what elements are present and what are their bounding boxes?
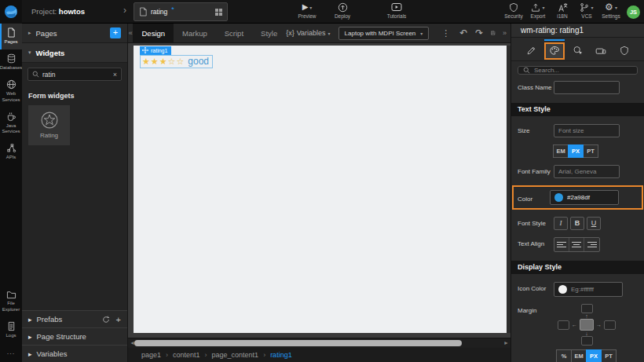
unit-px-button[interactable]: PX: [586, 349, 602, 362]
topbar-right-actions: Security ▾ Export i18N: [503, 2, 622, 19]
font-size-input[interactable]: [554, 124, 620, 137]
deploy-button[interactable]: Deploy: [325, 2, 360, 19]
margin-left-input[interactable]: [558, 320, 569, 330]
unit-pt-button[interactable]: PT: [583, 144, 598, 158]
class-name-input[interactable]: [554, 81, 620, 94]
add-prefab-icon[interactable]: +: [116, 315, 121, 324]
unit-em-button[interactable]: EM: [571, 349, 587, 362]
underline-button[interactable]: U: [587, 217, 601, 230]
unit-pt-button[interactable]: PT: [601, 349, 617, 362]
display-style-heading: Display Style: [511, 261, 644, 274]
tab-security[interactable]: [614, 42, 635, 60]
refresh-icon[interactable]: [102, 316, 110, 324]
open-file-tab[interactable]: rating *: [134, 2, 228, 21]
margin-top-input[interactable]: [581, 304, 593, 313]
bold-button[interactable]: B: [570, 217, 584, 230]
sidebar-item-java-services[interactable]: Java Services: [0, 108, 22, 139]
sidebar-item-pages[interactable]: Pages: [0, 24, 22, 49]
size-label: Size: [518, 124, 554, 134]
preview-button[interactable]: ▶▾ Preview: [289, 2, 325, 19]
breadcrumb-item-rating1[interactable]: rating1: [270, 351, 292, 359]
unit-percent-button[interactable]: %: [556, 349, 572, 362]
user-avatar[interactable]: JS: [627, 5, 640, 19]
chevron-down-icon: ▾: [615, 5, 617, 10]
page-structure-section-header[interactable]: ▸ Page Structure: [22, 327, 127, 345]
rating-widget-on-canvas[interactable]: rating1 ★★★☆☆ good: [140, 46, 213, 68]
font-size-units-row: EM PX PT: [511, 144, 644, 158]
more-actions-icon[interactable]: ⋮: [441, 28, 450, 38]
more-options-icon[interactable]: ...: [0, 343, 22, 362]
redo-icon[interactable]: ↷: [475, 28, 483, 38]
save-icon[interactable]: [491, 28, 496, 38]
color-input-wrap: [550, 190, 619, 205]
stars-filled[interactable]: ★★★: [142, 57, 168, 67]
rating-widget-tile[interactable]: Rating: [28, 105, 70, 145]
margin-right-input[interactable]: [604, 320, 616, 330]
add-page-button[interactable]: +: [110, 27, 121, 38]
prefabs-section-header[interactable]: ▸ Prefabs +: [22, 310, 127, 327]
tab-properties[interactable]: [521, 42, 541, 60]
font-family-input[interactable]: [554, 165, 620, 178]
horizontal-scrollbar[interactable]: ◄ ►: [128, 338, 510, 348]
tab-style[interactable]: Style: [252, 24, 286, 43]
text-style-heading: Text Style: [511, 103, 644, 116]
database-icon: [6, 53, 16, 64]
color-swatch[interactable]: [554, 193, 563, 202]
device-selector[interactable]: Laptop with MDPI Screen ▾: [338, 27, 430, 40]
dashboard-grid-icon[interactable]: [215, 9, 222, 16]
design-canvas[interactable]: rating1 ★★★☆☆ good: [134, 46, 507, 333]
sidebar-item-logs[interactable]: Logs: [0, 317, 22, 343]
scrollbar-thumb[interactable]: [134, 340, 462, 346]
chevron-down-icon: ▾: [542, 5, 544, 10]
tab-markup[interactable]: Markup: [174, 24, 216, 43]
class-name-label: Class Name: [518, 81, 554, 91]
tab-design[interactable]: Design: [133, 24, 174, 43]
i18n-button[interactable]: i18N: [551, 2, 573, 19]
margin-control: ↑ ← → ↓ % EM PX PT: [554, 304, 620, 362]
margin-bottom-input[interactable]: [581, 336, 593, 346]
align-right-button[interactable]: [584, 238, 599, 251]
arrow-up-icon: ↑: [585, 313, 588, 319]
breadcrumb-item-page-content1[interactable]: page_content1: [212, 351, 259, 359]
undo-icon[interactable]: ↶: [459, 28, 467, 38]
tutorials-button[interactable]: Tutorials: [375, 2, 418, 19]
sidebar-item-web-services[interactable]: Web Services: [0, 75, 22, 107]
selected-widget-title: wm-rating: rating1: [511, 24, 644, 38]
tab-events[interactable]: [568, 42, 588, 60]
search-icon: [32, 71, 39, 78]
scroll-right-icon[interactable]: ►: [503, 340, 509, 346]
tab-devices[interactable]: [591, 42, 611, 60]
breadcrumb-item-page1[interactable]: page1: [141, 351, 161, 359]
tab-script[interactable]: Script: [216, 24, 252, 43]
italic-button[interactable]: I: [554, 217, 568, 230]
tab-styles[interactable]: [544, 42, 565, 60]
widget-search-input[interactable]: [42, 71, 110, 79]
variables-dropdown[interactable]: {x} Variables ▾: [286, 29, 330, 37]
widget-selection-label[interactable]: rating1: [140, 46, 171, 55]
variables-section-header[interactable]: ▸ Variables: [22, 345, 127, 362]
breadcrumb-item-content1[interactable]: content1: [173, 351, 200, 359]
wavemaker-logo[interactable]: [0, 0, 22, 24]
pages-section-header[interactable]: ▸ Pages +: [22, 24, 127, 43]
collapse-right-panel-icon[interactable]: »: [503, 29, 507, 37]
export-button[interactable]: ▾ Export: [527, 2, 549, 19]
sidebar-item-databases[interactable]: Databases: [0, 49, 22, 75]
align-left-button[interactable]: [554, 238, 569, 251]
icon-color-input[interactable]: [571, 286, 618, 293]
video-icon: [391, 2, 402, 12]
security-button[interactable]: Security: [503, 2, 525, 19]
property-search-input[interactable]: [534, 67, 632, 74]
unit-em-button[interactable]: EM: [553, 144, 569, 158]
widgets-section-header[interactable]: ▾ Widgets: [22, 43, 127, 63]
rating-widget-body[interactable]: ★★★☆☆ good: [140, 55, 213, 68]
align-center-button[interactable]: [569, 238, 584, 251]
settings-button[interactable]: ⚙▾ Settings: [600, 2, 622, 19]
clear-search-icon[interactable]: ×: [113, 71, 117, 79]
unit-px-button[interactable]: PX: [568, 144, 584, 158]
color-value-input[interactable]: [567, 194, 614, 201]
stars-empty[interactable]: ☆☆: [168, 57, 185, 67]
icon-color-swatch[interactable]: [558, 285, 567, 294]
sidebar-item-apis[interactable]: APIs: [0, 139, 22, 165]
sidebar-item-file-explorer[interactable]: File Explorer: [0, 286, 22, 316]
vcs-button[interactable]: ▾ VCS: [576, 2, 598, 19]
